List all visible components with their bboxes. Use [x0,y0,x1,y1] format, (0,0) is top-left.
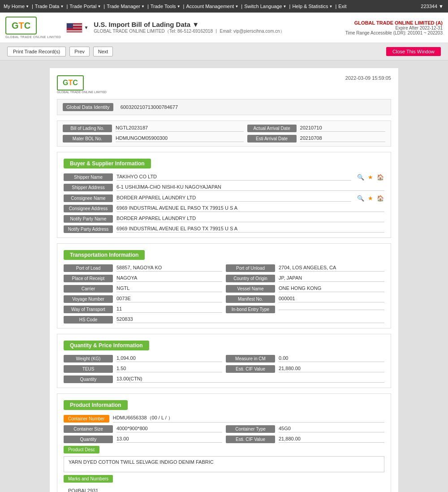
page-subtitle: GLOBAL TRADE ONLINE LIMITED（Tel: 86-512-… [94,28,345,35]
mater-bol-no-label: Mater BOL No. [63,135,112,142]
actual-arrival-date-label: Actual Arrival Date [247,125,297,132]
container-number-row: Container Number HDMU6656338（00 / L / ） [64,414,384,423]
buyer-supplier-section: Buyer & Supplier Information Shipper Nam… [57,152,391,238]
notify-party-name-label: Notify Party Name [64,215,113,223]
account-info: GLOBAL TRADE ONLINE LIMITED (A) Expire A… [345,20,443,35]
teus-label: TEUS [64,365,113,373]
nav-my-home[interactable]: My Home ▼ [4,4,30,9]
place-of-receipt-label: Place of Receipt [64,275,113,282]
bol-no-label: Bill of Lading No. [63,125,112,132]
star-icon[interactable]: ★ [366,194,375,202]
nav-trade-data[interactable]: Trade Data ▼ [35,4,65,9]
manifest-no-label: Manifest No. [226,295,275,303]
flag-selector[interactable]: ▼ [66,23,88,33]
consignee-address-row: Consignee Address 6969 INDUSTRIAL AVENUE… [64,205,384,212]
product-desc-value: YARN DYED COTTON TWILL SELVAGE INDIGO DE… [64,456,384,472]
notify-party-name-row: Notify Party Name BORDER APPAREL LAUNDRY… [64,215,384,223]
hs-code-row: HS Code 520833 [64,316,384,324]
way-of-transport-label: Way of Transport [64,306,113,313]
expire-date: Expire After 2022-12-31 [345,26,443,30]
voyage-number-value: 0073E [116,296,222,302]
container-number-value: HDMU6656338（00 / L / ） [113,414,384,423]
port-of-load-value: 58857, NAGOYA KO [116,265,222,272]
notify-party-address-row: Notify Party Address 6969 INDUSTRIAL AVE… [64,225,384,233]
marks-numbers-value: PO#BAL2931 [64,485,384,492]
mater-bol-row: Mater BOL No. HDMUNGOM05900300 Esti Arri… [63,135,385,142]
hs-code-label: HS Code [64,316,113,324]
way-of-transport-row: Way of Transport 11 In-bond Entry Type [64,306,384,313]
search-icon[interactable]: 🔍 [357,194,365,202]
product-desc-button[interactable]: Product Desc [64,446,99,453]
star-icon[interactable]: ★ [366,173,375,181]
account-name-link[interactable]: GLOBAL TRADE ONLINE LIMITED (A) [354,20,443,26]
marks-numbers-row: Marks and Numbers [64,475,384,483]
quantity-price-header: Quantity & Price Information [64,341,149,350]
nav-account-management[interactable]: Account Management ▼ [186,4,239,9]
shipper-name-row: Shipper Name TAKIHYO CO LTD 🔍 ★ 🏠 [64,173,384,181]
product-quantity-row: Quantity 13.00 Esti. CIF Value 21,880.00 [64,436,384,443]
nav-help-statistics[interactable]: Help & Statistics ▼ [292,4,333,9]
home-icon[interactable]: 🏠 [376,173,384,181]
weight-kg-value: 1,094.00 [116,355,222,362]
page-header: G T C GLOBAL TRADE ONLINE LIMITED ▼ [0,13,448,43]
measure-in-cft-value: 0.00 [279,355,384,362]
buyer-supplier-header: Buyer & Supplier Information [64,159,151,168]
consignee-name-row: Consignee Name BORDER APPAREL LAUNDRY LT… [64,194,384,202]
chevron-down-icon: ▼ [60,4,64,9]
user-count: 223344 ▼ [421,4,444,9]
container-type-label: Container Type [226,425,275,433]
nav-switch-language[interactable]: Switch Language ▼ [244,4,287,9]
bol-no-value: NGTL2023187 [116,125,244,132]
chevron-down-icon: ▼ [141,4,145,9]
notify-party-address-value: 6969 INDUSTRIAL AVENUE EL PASO TX 79915 … [116,226,384,233]
nav-trade-tools[interactable]: Trade Tools ▼ [151,4,181,9]
container-type-value: 45G0 [279,426,384,432]
close-window-button[interactable]: Close This Window [386,47,441,56]
chevron-down-icon: ▼ [329,4,332,9]
chevron-down-icon: ▼ [97,4,101,9]
product-header: Product Information [64,400,128,410]
main-area: G T C GLOBAL TRADE ONLINE LIMITED 2022-0… [0,60,448,492]
actual-arrival-date-value: 20210710 [300,125,385,132]
time-range: Time Range Accessible (LDR): 201001 ~ 20… [345,30,443,35]
marks-numbers-button[interactable]: Marks and Numbers [64,475,113,483]
page-title: U.S. Import Bill of Lading Data ▼ [94,21,345,28]
way-of-transport-value: 11 [116,306,222,313]
teus-value: 1.50 [116,366,222,372]
vessel-name-label: Vessel Name [226,285,275,293]
container-number-button[interactable]: Container Number [64,415,109,423]
global-data-identity-value: 600320210713000784677 [121,104,178,110]
next-button[interactable]: Next [93,47,113,56]
search-icon[interactable]: 🔍 [357,173,365,181]
record-logo: G T C GLOBAL TRADE ONLINE LIMITED [57,75,107,94]
voyage-number-row: Voyage Number 0073E Manifest No. 000001 [64,295,384,303]
in-bond-entry-type-value [279,309,384,310]
shipper-address-row: Shipper Address 6-1 USHIJIMA-CHO NISHI-K… [64,184,384,191]
shipper-address-label: Shipper Address [64,184,113,191]
manifest-no-value: 000001 [279,296,384,302]
esti-cif-value-label: Esti. CIF Value [226,365,275,373]
nav-exit[interactable]: Exit [338,4,347,9]
company-logo: G T C GLOBAL TRADE ONLINE LIMITED [5,17,61,39]
nav-trade-manager[interactable]: Trade Manager ▼ [107,4,146,9]
voyage-number-label: Voyage Number [64,295,113,303]
page-title-area: U.S. Import Bill of Lading Data ▼ GLOBAL… [94,21,345,35]
esti-cif-value-value: 21,880.00 [279,366,384,372]
home-icon[interactable]: 🏠 [376,194,384,202]
record-datetime: 2022-03-09 15:59:05 [345,75,391,81]
notify-party-address-label: Notify Party Address [64,225,113,233]
port-of-unload-value: 2704, LOS ANGELES, CA [279,265,384,272]
esti-arrival-date-value: 20210708 [300,135,385,142]
quantity-label: Quantity [64,375,113,383]
chevron-down-icon: ▼ [235,4,238,9]
container-size-value: 4000*900*800 [116,426,222,432]
place-of-receipt-value: NAGOYA [116,275,222,282]
shipper-name-value: TAKIHYO CO LTD [116,174,351,181]
print-button[interactable]: Print Trade Record(s) [7,47,66,56]
prev-button[interactable]: Prev [69,47,90,56]
global-data-identity-row: Global Data Identity 6003202107130007846… [57,99,391,115]
chevron-down-icon: ▼ [283,4,287,9]
nav-trade-portal[interactable]: Trade Portal ▼ [69,4,102,9]
quantity-price-section: Quantity & Price Information Weight (KG)… [57,334,391,388]
port-of-load-row: Port of Load 58857, NAGOYA KO Port of Un… [64,264,384,272]
